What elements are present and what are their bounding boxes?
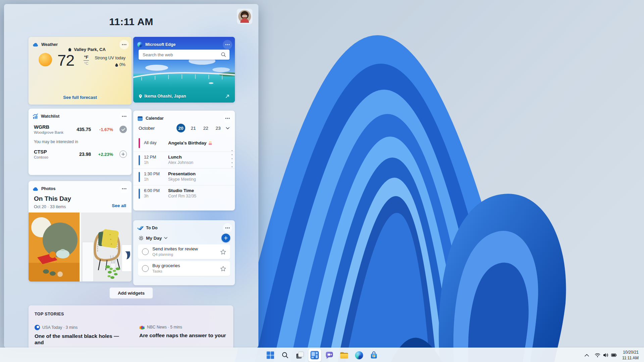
calendar-event[interactable]: 6:00 PM 3h Studio Time Conf Rm 32/35	[133, 185, 235, 202]
stock-company: Woodgrove Bank	[34, 130, 71, 134]
temperature-unit-toggle[interactable]: °F °C	[84, 55, 89, 65]
search-button[interactable]	[279, 349, 292, 362]
photos-menu-button[interactable]	[119, 184, 129, 193]
task-checkbox[interactable]	[142, 248, 149, 255]
ellipsis-icon	[225, 118, 230, 119]
event-time: 6:00 PM 3h	[144, 188, 165, 199]
story-headline[interactable]: Are coffee naps the answer to your	[139, 332, 233, 339]
task-list-name: Tasks	[152, 269, 180, 274]
event-details: Lunch Alex Johnson	[168, 155, 228, 166]
start-button[interactable]	[264, 349, 277, 362]
story-source: USA Today · 3 mins	[42, 325, 78, 330]
tray-status-icons[interactable]	[593, 350, 619, 361]
stock-chart-icon	[33, 114, 38, 119]
edge-menu-button[interactable]	[223, 40, 232, 49]
news-story[interactable]: USA Today · 3 mins One of the smallest b…	[35, 325, 129, 346]
stock-added-button[interactable]	[119, 126, 127, 133]
edge-photo-caption: Ikema Ohashi, Japan	[139, 94, 230, 99]
edge-browser-button[interactable]	[353, 349, 365, 362]
task-title: Send invites for review	[152, 246, 198, 252]
date-pill[interactable]: 23	[214, 124, 222, 132]
edge-title: Microsoft Edge	[145, 42, 176, 47]
todo-list-name[interactable]: My Day	[146, 236, 162, 241]
see-full-forecast-link[interactable]: See full forecast	[29, 95, 132, 100]
top-stories-title: TOP STORIES	[35, 312, 64, 316]
chevron-down-icon[interactable]	[164, 237, 167, 239]
chat-icon	[325, 351, 334, 359]
ellipsis-icon	[122, 116, 127, 117]
task-row[interactable]: Send invites for review Q4 planning	[138, 244, 230, 259]
web-search-input[interactable]	[139, 50, 230, 60]
weather-temperature: 72	[57, 51, 74, 69]
add-widgets-button[interactable]: Add widgets	[109, 287, 153, 299]
event-time: 12 PM 1h	[144, 155, 165, 165]
todo-header: To Do	[137, 224, 232, 232]
calendar-menu-button[interactable]	[223, 114, 232, 123]
watchlist-menu-button[interactable]	[119, 112, 129, 121]
weather-condition: Strong UV today	[95, 56, 126, 60]
unit-divider	[84, 60, 89, 61]
unit-celsius[interactable]: °C	[84, 62, 88, 65]
tray-time: 11:11 AM	[622, 355, 639, 361]
date-pill[interactable]: 21	[189, 124, 198, 132]
calendar-scrollbar[interactable]	[232, 150, 233, 167]
calendar-title: Calendar	[146, 116, 164, 121]
calendar-month: October	[139, 126, 155, 131]
story-headline[interactable]: One of the smallest black holes — and	[35, 333, 129, 346]
star-icon[interactable]	[220, 266, 226, 272]
event-details: Studio Time Conf Rm 32/35	[168, 188, 228, 199]
photo-chair-plant[interactable]	[81, 213, 132, 282]
event-time: 1:30 PM 1h	[144, 172, 165, 182]
microsoft-store-button[interactable]	[367, 349, 380, 362]
unit-fahrenheit[interactable]: °F	[84, 55, 88, 59]
todo-logo-icon	[137, 226, 143, 230]
store-icon	[370, 351, 378, 359]
chevron-down-icon[interactable]	[226, 127, 230, 129]
stock-identity: WGRB Woodgrove Bank	[34, 124, 71, 134]
add-stock-button[interactable]	[119, 150, 127, 158]
watchlist-header: Watchlist	[33, 112, 129, 121]
task-checkbox[interactable]	[142, 265, 149, 272]
todo-menu-button[interactable]	[223, 223, 232, 233]
edge-logo-icon	[355, 351, 363, 359]
profile-avatar[interactable]	[237, 9, 252, 24]
usa-today-icon	[35, 325, 40, 330]
event-details: Presentation Skype Meeting	[168, 171, 228, 182]
calendar-date-pills: 20 21 22 23	[177, 124, 222, 132]
calendar-event[interactable]: 1:30 PM 1h Presentation Skype Meeting	[133, 168, 235, 185]
widgets-button[interactable]	[308, 349, 321, 362]
date-pill-selected[interactable]: 20	[177, 124, 185, 132]
birthday-cake-icon	[208, 141, 212, 145]
clock-date-button[interactable]: 10/20/21 11:11 AM	[620, 350, 641, 361]
expand-icon[interactable]	[225, 94, 230, 99]
news-story[interactable]: NBC News · 5 mins Are coffee naps the an…	[139, 325, 233, 339]
sun-icon	[39, 53, 52, 66]
see-all-link[interactable]: See all	[112, 203, 126, 208]
taskbar: 10/20/21 11:11 AM	[0, 348, 644, 362]
edge-header: Microsoft Edge	[137, 40, 232, 49]
event-color-bar	[139, 138, 140, 148]
star-icon[interactable]	[220, 249, 226, 255]
event-details: Angela's Birthday	[168, 140, 228, 146]
task-list-name: Q4 planning	[152, 252, 198, 257]
chat-button[interactable]	[323, 349, 336, 362]
file-explorer-button[interactable]	[338, 349, 351, 362]
tray-overflow-button[interactable]	[582, 350, 591, 361]
calendar-event[interactable]: 12 PM 1h Lunch Alex Johnson	[133, 152, 235, 168]
event-subtitle: Skype Meeting	[168, 177, 228, 182]
date-pill[interactable]: 22	[201, 124, 210, 132]
task-view-button[interactable]	[294, 349, 306, 362]
photo-collage	[29, 213, 132, 282]
battery-icon	[611, 353, 617, 358]
task-row[interactable]: Buy groceries Tasks	[138, 261, 230, 276]
onedrive-cloud-icon	[33, 187, 39, 191]
calendar-event[interactable]: All day Angela's Birthday	[133, 135, 235, 152]
event-time: All day	[144, 140, 165, 146]
desktop: 11:11 AM Weather	[0, 0, 644, 362]
event-color-bar	[139, 172, 140, 182]
watchlist-suggestion-label: You may be interested in	[34, 139, 78, 144]
photo-still-life[interactable]	[29, 213, 80, 282]
weather-details: Strong UV today 0%	[95, 56, 126, 67]
location-pin-icon	[139, 94, 142, 99]
add-task-button[interactable]	[221, 234, 230, 242]
